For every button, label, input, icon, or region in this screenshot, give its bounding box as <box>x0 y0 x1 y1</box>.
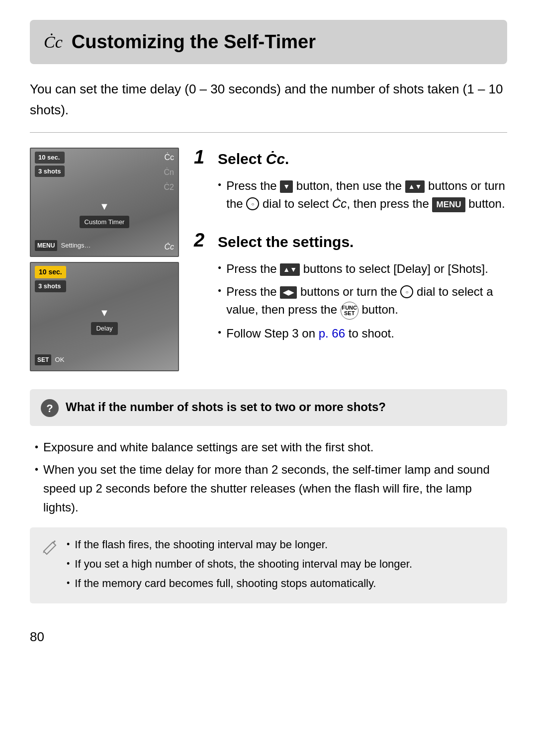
menu-btn-osd: MENU <box>35 240 57 251</box>
note-bullet-2-text: If you set a high number of shots, the s… <box>75 556 412 572</box>
step-2-number: 2 <box>194 231 210 250</box>
osd-shots-badge-2: 3 shots <box>35 280 66 292</box>
step-2-bullet-3-text: Follow Step 3 on p. 66 to shoot. <box>226 325 394 342</box>
osd-top-left-1: 10 sec. 3 shots <box>35 152 65 177</box>
osd-time-badge: 10 sec. <box>35 152 65 164</box>
content-area: 10 sec. 3 shots Ċc Ċn Ċ2 ▼ Custom Timer <box>30 148 507 371</box>
question-icon: ? <box>41 399 59 417</box>
step-1-title-text: Select Ċc. <box>218 148 289 170</box>
page-link: p. 66 <box>319 327 345 340</box>
step-2-content: Select the settings. Press the ▲▼ button… <box>218 231 507 342</box>
page-number: 80 <box>30 627 507 647</box>
note-bullet-2: If you set a high number of shots, the s… <box>67 556 412 572</box>
self-timer-icon: Ċc <box>44 29 63 55</box>
page-title: Customizing the Self-Timer <box>72 28 316 56</box>
info-bullet-2-text: When you set the time delay for more tha… <box>43 460 507 517</box>
down-arrow-key: ▼ <box>280 180 293 193</box>
page-header: Ċc Customizing the Self-Timer <box>30 20 507 64</box>
step-2-bullet-3: Follow Step 3 on p. 66 to shoot. <box>218 325 507 342</box>
info-bullet-1-text: Exposure and white balance settings are … <box>43 438 373 457</box>
osd-overlay-2: 10 sec. 3 shots ▼ Delay SET OK <box>31 263 178 370</box>
camera-screen-step2: 10 sec. 3 shots ▼ Delay SET OK <box>30 262 179 371</box>
timer-icon-cc: Ċc <box>164 152 174 164</box>
step-1-title: Select Ċc. <box>218 148 507 170</box>
info-bullet-1: Exposure and white balance settings are … <box>35 438 507 457</box>
dial-icon-step2 <box>400 285 413 298</box>
cc-icon-bottom: Ċc <box>164 241 174 253</box>
osd-top-1: 10 sec. 3 shots Ċc Ċn Ċ2 <box>35 152 174 193</box>
menu-button-label: MENU Settings… <box>35 234 91 253</box>
step-2-bullet-1-text: Press the ▲▼ buttons to select [Delay] o… <box>226 260 488 278</box>
osd-bottom-1: MENU Settings… Ċc <box>35 234 174 253</box>
note-bullet-3: If the memory card becomes full, shootin… <box>67 575 412 591</box>
info-bullets: Exposure and white balance settings are … <box>30 438 507 517</box>
osd-mid-2: ▼ Delay <box>35 305 174 335</box>
pencil-icon <box>40 537 59 562</box>
timer-icon-cn: Ċn <box>164 167 174 178</box>
osd-top-left-2: 10 sec. 3 shots <box>35 266 66 292</box>
up-down-keys: ▲▼ <box>405 180 425 193</box>
timer-icon-c2: Ċ2 <box>164 181 174 193</box>
info-bullet-2: When you set the time delay for more tha… <box>35 460 507 517</box>
divider <box>30 132 507 133</box>
func-set-button: FUNCSET <box>341 302 358 320</box>
step-1-content: Select Ċc. Press the ▼ button, then use … <box>218 148 507 213</box>
set-button-label: SET OK <box>35 348 64 367</box>
osd-overlay-1: 10 sec. 3 shots Ċc Ċn Ċ2 ▼ Custom Timer <box>31 149 178 256</box>
down-arrow-indicator: ▼ <box>99 199 109 214</box>
left-right-keys: ◀▶ <box>280 286 297 299</box>
step-1: 1 Select Ċc. Press the ▼ button, then us… <box>194 148 507 213</box>
down-arrow-indicator-2: ▼ <box>99 305 109 320</box>
camera-images-column: 10 sec. 3 shots Ċc Ċn Ċ2 ▼ Custom Timer <box>30 148 179 371</box>
osd-bottom-2: SET OK <box>35 348 174 367</box>
set-btn-osd: SET <box>35 354 51 365</box>
osd-icons-right: Ċc Ċn Ċ2 <box>164 152 174 193</box>
up-down-keys-2: ▲▼ <box>280 263 300 276</box>
step-1-bullets: Press the ▼ button, then use the ▲▼ butt… <box>218 177 507 213</box>
step-2-title-text: Select the settings. <box>218 231 354 253</box>
step-2-bullet-2: Press the ◀▶ buttons or turn the dial to… <box>218 283 507 320</box>
dial-icon-step1 <box>246 197 259 210</box>
cc-ref: Ċc <box>332 197 347 210</box>
delay-label: Delay <box>91 322 117 335</box>
step-1-bullet-1-text: Press the ▼ button, then use the ▲▼ butt… <box>226 177 507 213</box>
info-box: ? What if the number of shots is set to … <box>30 389 507 426</box>
step-2: 2 Select the settings. Press the ▲▼ butt… <box>194 231 507 342</box>
note-box: If the flash fires, the shooting interva… <box>30 527 507 603</box>
steps-column: 1 Select Ċc. Press the ▼ button, then us… <box>194 148 507 371</box>
step-2-title: Select the settings. <box>218 231 507 253</box>
osd-time-badge-2: 10 sec. <box>35 266 66 278</box>
menu-key: MENU <box>432 197 465 212</box>
note-bullets: If the flash fires, the shooting interva… <box>67 536 412 594</box>
pencil-svg <box>40 537 59 556</box>
osd-mid-1: ▼ Custom Timer <box>35 199 174 229</box>
osd-top-2: 10 sec. 3 shots <box>35 266 174 292</box>
step-2-bullets: Press the ▲▼ buttons to select [Delay] o… <box>218 260 507 342</box>
note-bullet-1: If the flash fires, the shooting interva… <box>67 536 412 553</box>
settings-label: Settings… <box>61 242 91 249</box>
note-bullet-1-text: If the flash fires, the shooting interva… <box>75 536 328 553</box>
step-1-number: 1 <box>194 148 210 167</box>
info-box-title: What if the number of shots is set to tw… <box>66 398 386 416</box>
osd-shots-badge: 3 shots <box>35 166 65 177</box>
info-box-content: What if the number of shots is set to tw… <box>66 398 386 416</box>
step-1-bullet-1: Press the ▼ button, then use the ▲▼ butt… <box>218 177 507 213</box>
intro-text: You can set the time delay (0 – 30 secon… <box>30 79 507 120</box>
camera-screen-step1: 10 sec. 3 shots Ċc Ċn Ċ2 ▼ Custom Timer <box>30 148 179 257</box>
note-bullet-3-text: If the memory card becomes full, shootin… <box>75 575 376 591</box>
step-2-bullet-1: Press the ▲▼ buttons to select [Delay] o… <box>218 260 507 278</box>
ok-label: OK <box>55 356 65 363</box>
step-2-bullet-2-text: Press the ◀▶ buttons or turn the dial to… <box>226 283 507 320</box>
custom-timer-label: Custom Timer <box>80 216 130 229</box>
